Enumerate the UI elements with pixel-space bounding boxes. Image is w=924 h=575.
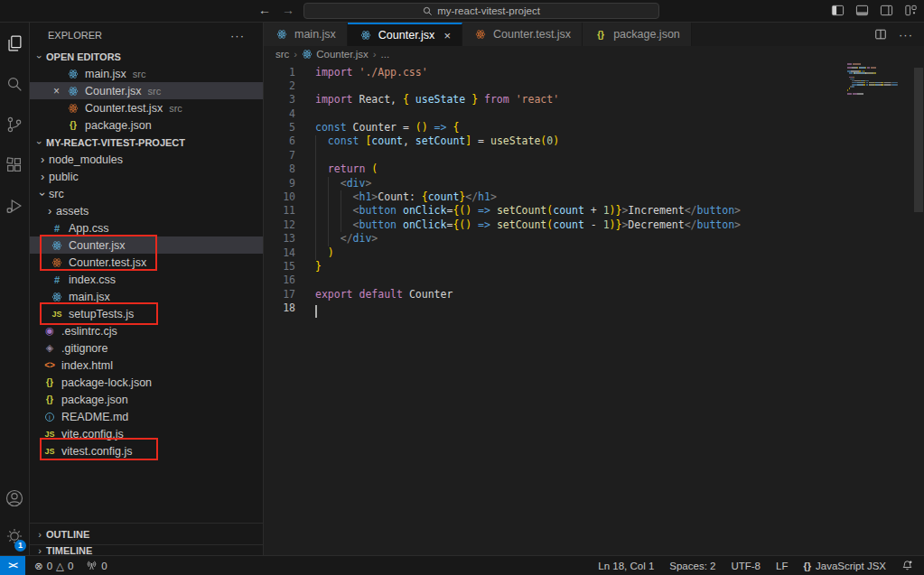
back-icon[interactable]: ←: [258, 3, 271, 17]
file-icon: [473, 29, 488, 40]
tree-item-index.html[interactable]: <>index.html: [30, 357, 263, 374]
scrollbar-thumb[interactable]: [914, 68, 923, 212]
activity-extensions-icon[interactable]: [0, 144, 29, 185]
open-editor-Counter.jsx[interactable]: ×Counter.jsxsrc: [30, 82, 263, 99]
command-center-search[interactable]: my-react-vitest-project: [303, 3, 659, 19]
tab-Counter.test.jsx[interactable]: Counter.test.jsx: [462, 23, 583, 46]
activity-accounts-icon[interactable]: [0, 479, 29, 517]
toggle-secondary-sidebar-icon[interactable]: [880, 4, 894, 18]
tree-item-main.jsx[interactable]: main.jsx: [30, 288, 263, 305]
tree-item-README.md[interactable]: iREADME.md: [30, 408, 263, 425]
file-path-suffix: src: [148, 86, 162, 97]
tree-item-node_modules[interactable]: ›node_modules: [30, 151, 263, 168]
status-right: Ln 18, Col 1Spaces: 2UTF-8LF{}JavaScript…: [598, 560, 924, 571]
file-tree: ›node_modules›public›src›assets#App.cssC…: [30, 151, 263, 459]
file-icon: #: [50, 274, 64, 285]
tree-item-assets[interactable]: ›assets: [30, 202, 263, 219]
file-name: App.css: [69, 222, 108, 235]
activity-search-icon[interactable]: [0, 63, 29, 104]
more-actions-icon[interactable]: ···: [899, 28, 913, 42]
file-name: Counter.jsx: [85, 85, 142, 97]
tree-item-index.css[interactable]: #index.css: [30, 271, 263, 288]
title-bar: ← → my-react-vitest-project: [0, 0, 924, 23]
status-text: UTF-8: [731, 561, 761, 571]
tab-package.json[interactable]: {}package.json: [583, 23, 692, 46]
line-number: 4: [264, 107, 303, 121]
breadcrumb-item[interactable]: ...: [381, 49, 390, 60]
tree-item-vite.config.js[interactable]: JSvite.config.js: [30, 425, 263, 442]
open-editor-Counter.test.jsx[interactable]: Counter.test.jsxsrc: [30, 99, 263, 116]
code-line: <button onClick={() => setCount(count + …: [315, 204, 741, 218]
status-language-mode[interactable]: {}JavaScript JSX: [803, 561, 886, 571]
code-line: [315, 274, 741, 287]
problems-indicator[interactable]: ⊗ 0 △ 0: [34, 560, 73, 572]
chevron-right-icon: ›: [43, 205, 56, 218]
file-icon: JS: [42, 447, 57, 456]
file-name: package.json: [61, 394, 128, 406]
tree-item-public[interactable]: ›public: [30, 168, 263, 185]
project-header[interactable]: › MY-REACT-VITEST-PROJECT: [30, 134, 263, 151]
open-editor-package.json[interactable]: {}package.json: [30, 116, 263, 134]
status-notifications[interactable]: [901, 560, 913, 571]
minimap[interactable]: [847, 63, 901, 97]
status-indentation[interactable]: Spaces: 2: [669, 561, 715, 571]
open-editor-main.jsx[interactable]: main.jsxsrc: [30, 65, 263, 82]
file-icon: {}: [593, 30, 608, 40]
tab-main.jsx[interactable]: main.jsx: [264, 23, 348, 46]
code-line: import React, { useState } from 'react': [315, 93, 741, 107]
line-number: 13: [264, 232, 303, 246]
tree-item-.eslintrc.cjs[interactable]: ◉.eslintrc.cjs: [30, 322, 263, 339]
more-actions-icon[interactable]: ···: [230, 29, 245, 42]
line-number: 6: [264, 134, 303, 148]
status-eol[interactable]: LF: [776, 561, 788, 571]
tab-label: main.jsx: [294, 28, 336, 41]
open-editors-header[interactable]: › OPEN EDITORS: [30, 48, 263, 65]
tree-item-Counter.jsx[interactable]: Counter.jsx: [30, 236, 263, 254]
status-text: JavaScript JSX: [816, 561, 886, 571]
code-lines: import './App.css'import React, { useSta…: [315, 66, 741, 316]
line-number: 5: [264, 121, 303, 134]
status-cursor-position[interactable]: Ln 18, Col 1: [598, 561, 654, 571]
toggle-primary-sidebar-icon[interactable]: [831, 4, 845, 18]
file-name: README.md: [61, 411, 128, 423]
ports-indicator[interactable]: 0: [86, 560, 107, 571]
nav-arrows: ← →: [258, 3, 294, 17]
tree-item-App.css[interactable]: #App.css: [30, 219, 263, 236]
status-encoding[interactable]: UTF-8: [731, 561, 761, 571]
breadcrumb-item[interactable]: Counter.jsx: [302, 49, 369, 60]
split-editor-icon[interactable]: [874, 28, 887, 41]
file-icon: ◈: [42, 342, 57, 354]
line-number: 7: [264, 149, 303, 162]
tree-item-setupTests.js[interactable]: JSsetupTests.js: [30, 305, 263, 322]
code-editor[interactable]: 123456789101112131415161718 import './Ap…: [264, 62, 924, 555]
outline-section[interactable]: › OUTLINE: [30, 523, 263, 544]
close-icon[interactable]: ×: [53, 85, 66, 97]
file-icon: #: [50, 223, 64, 234]
tree-item-package-lock.json[interactable]: {}package-lock.json: [30, 374, 263, 391]
toggle-panel-icon[interactable]: [855, 4, 870, 18]
remote-indicator[interactable]: ><: [0, 556, 25, 575]
error-icon: ⊗: [34, 560, 43, 572]
file-icon: {}: [66, 120, 80, 130]
close-icon[interactable]: ×: [443, 29, 451, 42]
tree-item-.gitignore[interactable]: ◈.gitignore: [30, 339, 263, 357]
tree-item-src[interactable]: ›src: [30, 185, 263, 202]
timeline-section[interactable]: › TIMELINE: [30, 544, 263, 555]
tree-item-Counter.test.jsx[interactable]: Counter.test.jsx: [30, 254, 263, 271]
tab-label: package.json: [613, 28, 680, 41]
breadcrumb-item[interactable]: src: [275, 49, 289, 60]
activity-source-control-icon[interactable]: [0, 104, 29, 144]
activity-run-and-debug-icon[interactable]: [0, 185, 29, 226]
customize-layout-icon[interactable]: [904, 4, 919, 18]
file-icon: {}: [42, 394, 57, 404]
file-icon: [302, 49, 313, 60]
tree-item-package.json[interactable]: {}package.json: [30, 391, 263, 408]
tab-Counter.jsx[interactable]: Counter.jsx×: [348, 23, 462, 46]
activity-settings-icon[interactable]: 1: [0, 517, 29, 555]
tree-item-vitest.config.js[interactable]: JSvitest.config.js: [30, 442, 263, 459]
file-name: setupTests.js: [69, 308, 134, 320]
forward-icon[interactable]: →: [282, 3, 294, 17]
code-line: const Counter = () => {: [315, 121, 741, 134]
layout-controls: [831, 4, 919, 18]
activity-explorer-icon[interactable]: [0, 23, 29, 63]
